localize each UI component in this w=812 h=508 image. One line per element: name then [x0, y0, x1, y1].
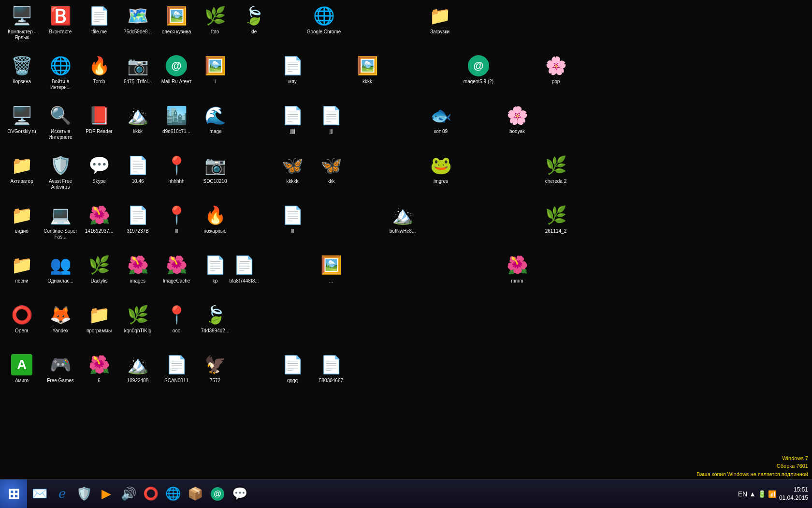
taskbar-ie[interactable]: ℯ — [51, 481, 72, 507]
taskbar-avast[interactable]: 🛡️ — [73, 481, 95, 507]
desktop-icon-lll-2[interactable]: 📄lll — [273, 202, 312, 236]
desktop-icon-google-chrome[interactable]: 🌐Google Chrome — [304, 2, 343, 37]
desktop-icon-7572[interactable]: 🦅7572 — [196, 351, 234, 386]
desktop-icon-sdc10210[interactable]: 📷SDC10210 — [196, 152, 234, 186]
desktop-icon-korzina[interactable]: 🗑️Корзина — [2, 52, 41, 87]
desktop-icon-zagruzki[interactable]: 📁Загрузки — [420, 2, 459, 37]
icon-label-6475: 6475_Trifol... — [124, 79, 152, 85]
desktop-icon-tfile[interactable]: 📄tfile.me — [80, 2, 118, 37]
desktop-icon-kkkkk[interactable]: 🦋kkkkk — [273, 152, 312, 186]
desktop-icon-map75[interactable]: 🗺️75dc59de8... — [118, 2, 157, 37]
icon-image-580304667: 📄 — [319, 353, 343, 376]
start-button[interactable]: ⊞ — [0, 479, 27, 508]
icon-image-foto: 🌿 — [203, 4, 227, 28]
desktop-icon-qqqq[interactable]: 📄qqqq — [273, 351, 312, 386]
desktop-icon-141692937[interactable]: 🌺141692937... — [80, 202, 118, 236]
desktop-icon-6-file[interactable]: 🌺6 — [80, 351, 118, 386]
desktop-icon-yandex[interactable]: 🦊Yandex — [41, 301, 80, 336]
taskbar-volume[interactable]: 🔊 — [118, 481, 139, 507]
desktop-icon-imagecache[interactable]: 🌺ImageCache — [157, 252, 196, 286]
desktop-icon-komputer[interactable]: 🖥️Компьютер - Ярлык — [2, 2, 41, 43]
desktop-icon-mailru[interactable]: @Mail.Ru Агент — [157, 52, 196, 87]
desktop-icon-6475[interactable]: 📷6475_Trifol... — [118, 52, 157, 87]
desktop-icon-scan0011[interactable]: 📄SCAN0011 — [157, 351, 196, 386]
desktop-icon-imgres[interactable]: 🐸imgres — [421, 152, 460, 186]
desktop-icon-continue-super[interactable]: 💻Continue Super Fas... — [41, 202, 80, 242]
desktop-icon-kkk[interactable]: 🦋kkk — [312, 152, 350, 186]
desktop-icon-avast[interactable]: 🛡️Avast Free Antivirus — [41, 152, 80, 192]
desktop-icon-dactylis[interactable]: 🌿Dactylis — [80, 252, 118, 286]
desktop-icon-vidio[interactable]: 📁видио — [2, 202, 41, 236]
desktop-icon-d9d610[interactable]: 🏙️d9d610c71... — [157, 102, 196, 136]
desktop-icon-amigo[interactable]: AАмиго — [2, 351, 41, 386]
taskbar-chrome[interactable]: 🌐 — [162, 481, 184, 507]
desktop-icon-mmm[interactable]: 🌺mmm — [498, 252, 536, 286]
desktop-icon-bofnwhc8[interactable]: 🏔️bofNwHc8... — [383, 202, 422, 236]
desktop-icon-jjj[interactable]: 📄jjj — [312, 102, 350, 136]
desktop-icon-torch[interactable]: 🔥Torch — [80, 52, 118, 87]
icon-image-10922488: 🏔️ — [126, 353, 149, 376]
desktop-icon-aktivator[interactable]: 📁Активатор — [2, 152, 41, 186]
desktop-icon-bfa8f7448[interactable]: 📄bfa8f7448f8... — [225, 252, 263, 286]
desktop-icon-lll-1[interactable]: 📍lll — [157, 202, 196, 236]
taskbar-skype[interactable]: 💬 — [229, 481, 250, 507]
desktop-icon-bodyak[interactable]: 🌸bodyak — [498, 102, 536, 136]
desktop-icon-ppp[interactable]: 🌸ppp — [536, 52, 575, 87]
taskbar-archive[interactable]: 📦 — [185, 481, 206, 507]
desktop-icon-1046[interactable]: 📄10.46 — [118, 152, 157, 186]
desktop-icon-7dd3894d2[interactable]: 🍃7dd3894d2... — [196, 301, 234, 336]
icon-image-ppp: 🌸 — [544, 54, 567, 77]
desktop-icon-ooo[interactable]: 📍ooo — [157, 301, 196, 336]
desktop-icon-images-1[interactable]: 🌺images — [118, 252, 157, 286]
icon-label-komputer: Компьютер - Ярлык — [4, 29, 39, 41]
desktop-icon-iskat-intern[interactable]: 🔍Искать в Интернете — [41, 102, 80, 142]
icon-label-zagruzki: Загрузки — [430, 29, 450, 35]
desktop-icon-foto[interactable]: 🌿foto — [196, 2, 234, 37]
desktop-icon-10922488[interactable]: 🏔️10922488 — [118, 351, 157, 386]
icon-image-qqqq: 📄 — [281, 353, 304, 376]
taskbar-mailru[interactable]: @ — [207, 481, 228, 507]
tray-up-arrow[interactable]: ▲ — [749, 490, 756, 498]
icon-image-aktivator: 📁 — [10, 154, 33, 177]
desktop-icon-ovgorskiy[interactable]: 🖥️OVGorskiy.ru — [2, 102, 41, 136]
desktop-icon-jjjjj[interactable]: 📄jjjjj — [273, 102, 312, 136]
icon-label-kkkkk: kkkkk — [287, 179, 299, 184]
desktop-icon-kkkk-1[interactable]: 🖼️kkkk — [348, 52, 387, 87]
desktop-icon-kkkk-2[interactable]: 🏔️kkkk — [118, 102, 157, 136]
desktop-icon-programmy[interactable]: 📁программы — [80, 301, 118, 336]
desktop-icon-3197237b[interactable]: 📄3197237B — [118, 202, 157, 236]
desktop-icon-dots[interactable]: 🖼️... — [312, 252, 350, 286]
desktop-icon-skype[interactable]: 💬Skype — [80, 152, 118, 186]
desktop-icon-261114-2[interactable]: 🌿261114_2 — [536, 202, 575, 236]
desktop-icon-olesya[interactable]: 🖼️олеся кузина — [157, 2, 196, 37]
desktop-icon-chereda2[interactable]: 🌿chereda 2 — [536, 152, 575, 186]
clock-time: 15:51 — [779, 486, 808, 494]
desktop-icon-i-file[interactable]: 🖼️i — [196, 52, 234, 87]
desktop-icon-hhhhhh[interactable]: 📍hhhhhh — [157, 152, 196, 186]
desktop-icon-freegames[interactable]: 🎮Free Games — [41, 351, 80, 386]
desktop-icon-pdfreader[interactable]: 📕PDF Reader — [80, 102, 118, 136]
desktop-icon-myau[interactable]: 📄мяу — [273, 52, 312, 87]
icon-image-magent59: @ — [467, 54, 490, 77]
icon-image-bodyak: 🌸 — [506, 104, 529, 127]
desktop-icon-kot09[interactable]: 🐟кот 09 — [421, 102, 460, 136]
desktop-icon-kle[interactable]: 🍃kle — [234, 2, 273, 37]
desktop-icon-odnoklasniki[interactable]: 👥Одноклас... — [41, 252, 80, 286]
icon-image-kkkkk: 🦋 — [281, 154, 304, 177]
desktop-icon-580304667[interactable]: 📄580304667 — [312, 351, 350, 386]
icon-label-lll-1: lll — [175, 228, 178, 234]
tray-lang[interactable]: EN — [738, 490, 747, 498]
clock[interactable]: 15:51 01.04.2015 — [779, 486, 808, 502]
desktop-icon-pesni[interactable]: 📁песни — [2, 252, 41, 286]
desktop-icon-vkontakte[interactable]: 🅱️Вконтакте — [41, 2, 80, 37]
desktop-icon-magent59[interactable]: @magent5.9 (2) — [459, 52, 498, 87]
desktop-icon-voiti-intern[interactable]: 🌐Войти в Интерн... — [41, 52, 80, 92]
desktop-icon-opera[interactable]: ⭕Opera — [2, 301, 41, 336]
taskbar-opera[interactable]: ⭕ — [140, 481, 161, 507]
icon-image-sdc10210: 📷 — [203, 154, 227, 177]
taskbar-media[interactable]: ▶ — [96, 481, 117, 507]
desktop-icon-image-1[interactable]: 🌊image — [196, 102, 234, 136]
desktop-icon-pozharnie[interactable]: 🔥пожарные — [196, 202, 234, 236]
taskbar-mail[interactable]: ✉️ — [29, 481, 50, 507]
desktop-icon-kqn0qh[interactable]: 🌿kqn0qhTIKIg — [118, 301, 157, 336]
